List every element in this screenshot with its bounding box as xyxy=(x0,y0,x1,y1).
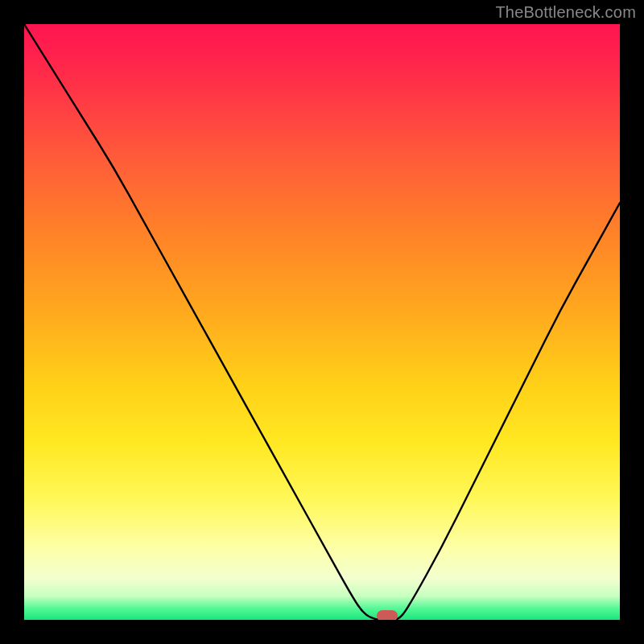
chart-frame: TheBottleneck.com xyxy=(0,0,644,644)
plot-area xyxy=(24,24,620,620)
optimal-point-marker xyxy=(377,610,398,620)
curve-svg xyxy=(24,24,620,620)
bottleneck-curve-line xyxy=(24,24,620,620)
attribution-label: TheBottleneck.com xyxy=(495,3,636,22)
